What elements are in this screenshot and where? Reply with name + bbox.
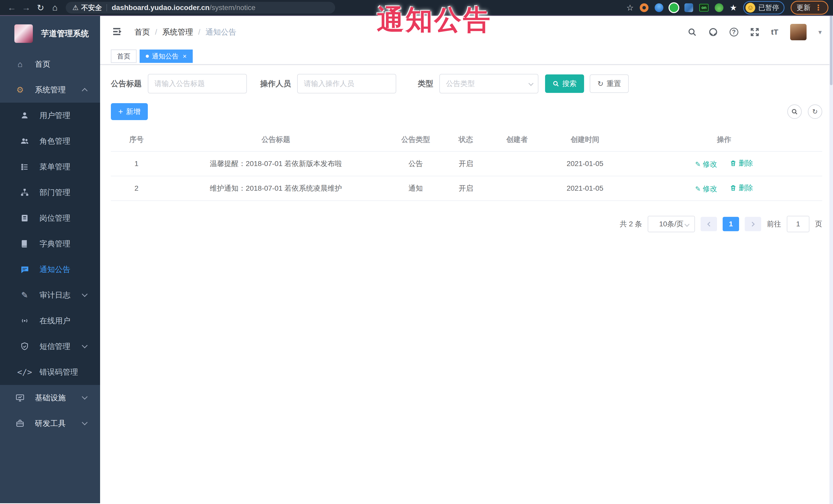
toolbox-icon [15, 419, 25, 428]
trash-icon [730, 185, 737, 191]
extension-on-badge-icon[interactable]: on [699, 4, 709, 11]
sidebar-collapse-icon[interactable] [111, 26, 122, 38]
scrollbar-thumb[interactable] [830, 16, 832, 85]
chevron-up-icon [82, 88, 88, 94]
reset-button[interactable]: ↻ 重置 [590, 74, 629, 93]
edit-link[interactable]: ✎修改 [695, 159, 717, 169]
extension-orange-icon[interactable] [640, 3, 648, 12]
page-unit-label: 页 [815, 219, 822, 229]
search-button-label: 搜索 [562, 79, 577, 89]
profile-paused-pill[interactable]: ☺ 已暂停 [743, 1, 785, 15]
cell-title: 维护通知：2018-07-01 若依系统凌晨维护 [162, 176, 390, 201]
total-count: 共 2 条 [620, 219, 642, 229]
page-size-select[interactable]: 10条/页 [648, 216, 695, 232]
sidebar-item-dev-tools[interactable]: 研发工具 [0, 411, 100, 436]
sidebar-item-sms-management[interactable]: 短信管理 [0, 334, 100, 359]
type-select[interactable] [439, 74, 539, 93]
extension-plant-icon[interactable] [715, 3, 723, 12]
cell-created: 2021-01-05 [544, 151, 626, 176]
tags-view-bar: 首页 通知公告 × [100, 48, 833, 65]
top-header: 首页 / 系统管理 / 通知公告 ? tT ▾ [100, 16, 833, 48]
notice-title-label: 公告标题 [111, 78, 142, 89]
search-icon[interactable] [688, 27, 697, 37]
sidebar-item-department-management[interactable]: 部门管理 [0, 179, 100, 205]
cell-status: 开启 [442, 151, 490, 176]
prev-page-button[interactable] [700, 217, 717, 231]
browser-forward-icon[interactable]: → [19, 3, 33, 13]
browser-chrome: ← → ↻ ⌂ ⚠ 不安全 dashboard.yudao.iocoder.cn… [0, 0, 833, 16]
add-button[interactable]: + 新增 [111, 103, 148, 120]
notice-title-input[interactable] [148, 74, 247, 93]
help-icon[interactable]: ? [730, 28, 738, 37]
extension-green-circle-icon[interactable] [669, 3, 678, 12]
extension-blue-drop-icon[interactable] [654, 3, 663, 12]
sidebar-item-infrastructure[interactable]: 基础设施 [0, 385, 100, 411]
address-bar[interactable]: ⚠ 不安全 dashboard.yudao.iocoder.cn /system… [66, 2, 335, 14]
sidebar-item-notice[interactable]: 通知公告 [0, 257, 100, 282]
delete-link[interactable]: 删除 [730, 158, 753, 168]
edit-link[interactable]: ✎修改 [695, 184, 717, 194]
breadcrumb-home[interactable]: 首页 [135, 27, 150, 38]
browser-back-icon[interactable]: ← [5, 3, 19, 13]
type-select-input[interactable] [439, 74, 539, 93]
refresh-icon: ↻ [812, 108, 818, 116]
browser-update-button[interactable]: 更新 ⋮ [791, 1, 828, 15]
sidebar-item-post-management[interactable]: 岗位管理 [0, 205, 100, 231]
tab-home[interactable]: 首页 [111, 50, 137, 63]
sidebar-item-label: 审计日志 [40, 290, 70, 301]
sidebar-item-system-management[interactable]: ⚙ 系统管理 [0, 77, 100, 103]
cell-title: 温馨提醒：2018-07-01 若依新版本发布啦 [162, 151, 390, 176]
sidebar-item-audit-log[interactable]: ✎ 审计日志 [0, 282, 100, 308]
sidebar-item-user-management[interactable]: 用户管理 [0, 103, 100, 128]
extension-cube-icon[interactable] [684, 3, 693, 12]
cell-status: 开启 [442, 176, 490, 201]
page-number-1[interactable]: 1 [723, 217, 739, 231]
browser-menu-kebab-icon[interactable]: ⋮ [814, 3, 823, 12]
goto-label: 前往 [767, 219, 781, 229]
font-size-icon[interactable]: tT [771, 28, 778, 37]
next-page-button[interactable] [745, 217, 761, 231]
search-button[interactable]: 搜索 [545, 74, 584, 93]
address-divider [106, 4, 107, 11]
close-icon[interactable]: × [183, 53, 187, 59]
browser-reload-icon[interactable]: ↻ [33, 3, 48, 13]
sidebar-item-menu-management[interactable]: 菜单管理 [0, 154, 100, 179]
delete-link[interactable]: 删除 [730, 183, 753, 193]
url-domain[interactable]: dashboard.yudao.iocoder.cn [112, 4, 209, 12]
sidebar-item-dict-management[interactable]: 字典管理 [0, 231, 100, 257]
col-title: 公告标题 [162, 128, 390, 151]
avatar-caret-icon[interactable]: ▾ [818, 28, 822, 36]
fullscreen-icon[interactable] [750, 27, 759, 37]
notice-table: 序号 公告标题 公告类型 状态 创建者 创建时间 操作 1 温馨提醒：2018-… [111, 128, 822, 201]
org-tree-icon [20, 188, 30, 197]
operator-input[interactable] [297, 74, 396, 93]
logo-row[interactable]: 芋道管理系统 [0, 16, 100, 51]
audit-log-icon: ✎ [20, 290, 30, 300]
app-title: 芋道管理系统 [41, 28, 89, 39]
tab-notice[interactable]: 通知公告 × [140, 50, 193, 63]
user-avatar[interactable] [790, 24, 807, 40]
security-label[interactable]: 不安全 [81, 3, 102, 12]
cell-creator [490, 151, 544, 176]
sidebar-item-online-users[interactable]: 在线用户 [0, 308, 100, 334]
breadcrumb-section[interactable]: 系统管理 [162, 27, 193, 38]
refresh-table-button[interactable]: ↻ [808, 104, 822, 119]
breadcrumb-separator: / [155, 28, 157, 37]
extension-puzzle-icon[interactable]: ★ [730, 3, 737, 13]
browser-home-icon[interactable]: ⌂ [48, 3, 62, 13]
toggle-search-button[interactable] [787, 104, 802, 119]
notice-bubble-icon [20, 265, 30, 274]
sidebar-item-label: 岗位管理 [40, 213, 70, 223]
github-icon[interactable] [709, 27, 718, 37]
monitor-icon [15, 393, 25, 402]
url-path[interactable]: /system/notice [209, 4, 255, 12]
sidebar-item-home[interactable]: ⌂ 首页 [0, 51, 100, 77]
delete-label: 删除 [739, 183, 753, 193]
logo-rabbit-image [15, 24, 33, 43]
goto-page-input[interactable] [787, 216, 809, 232]
bookmark-star-icon[interactable]: ☆ [626, 3, 634, 13]
sidebar-item-error-code[interactable]: </> 错误码管理 [0, 359, 100, 385]
filter-form: 公告标题 操作人员 类型 搜索 ↻ 重置 [111, 74, 822, 93]
reset-button-label: 重置 [606, 79, 621, 89]
sidebar-item-role-management[interactable]: 角色管理 [0, 128, 100, 154]
